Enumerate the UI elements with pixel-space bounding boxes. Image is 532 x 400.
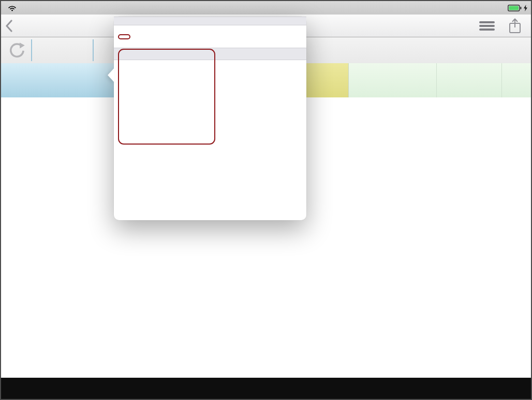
bottom-toolbar <box>1 378 531 399</box>
charging-bolt-icon <box>523 5 528 11</box>
filter-separator <box>93 39 94 61</box>
popover-arrow <box>108 68 114 82</box>
hamburger-menu-button[interactable] <box>479 21 495 31</box>
menu-section-divider <box>114 17 306 25</box>
wifi-icon <box>8 5 17 11</box>
share-button[interactable] <box>508 18 522 34</box>
menu-item-remove-multicolumn[interactable] <box>114 25 306 48</box>
column-header-cost[interactable] <box>437 63 502 97</box>
back-button[interactable] <box>5 15 14 37</box>
menu-section-divider <box>114 48 306 60</box>
annotation-red-outline <box>118 34 130 39</box>
annotation-red-outline <box>118 49 215 145</box>
back-chevron-icon <box>5 20 12 32</box>
battery-icon <box>508 5 522 11</box>
divetab-screen <box>0 0 532 400</box>
filter-separator <box>31 39 32 61</box>
status-bar <box>1 1 531 15</box>
refresh-button[interactable] <box>6 40 27 60</box>
column-header-clipped[interactable] <box>502 63 532 97</box>
column-header-cases[interactable] <box>349 63 437 97</box>
column-header-vendor[interactable] <box>1 63 115 97</box>
column-context-menu <box>114 17 306 220</box>
